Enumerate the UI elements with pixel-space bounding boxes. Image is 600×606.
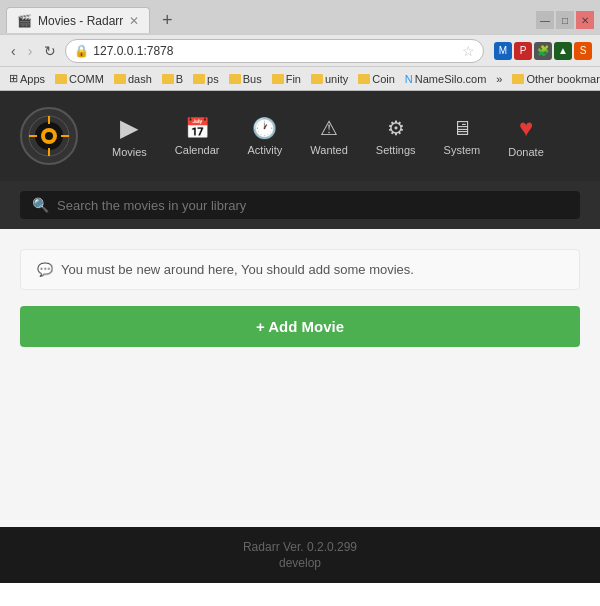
- folder-icon: [311, 74, 323, 84]
- folder-icon: [193, 74, 205, 84]
- bookmark-fin-label: Fin: [286, 73, 301, 85]
- bookmark-b[interactable]: B: [159, 72, 186, 86]
- svg-point-3: [45, 132, 53, 140]
- app-nav: ▶ Movies 📅 Calendar 🕐 Activity ⚠ Wanted …: [0, 91, 600, 181]
- more-bookmarks-icon: »: [496, 73, 502, 85]
- bookmark-bus[interactable]: Bus: [226, 72, 265, 86]
- nav-system-label: System: [444, 144, 481, 156]
- address-bar: ‹ › ↻ 🔒 127.0.0.1:7878 ☆ M P 🧩 ▲ S: [0, 34, 600, 66]
- nav-calendar-label: Calendar: [175, 144, 220, 156]
- app-footer: Radarr Ver. 0.2.0.299 develop: [0, 527, 600, 583]
- bookmark-other[interactable]: Other bookmarks: [509, 72, 600, 86]
- url-box[interactable]: 🔒 127.0.0.1:7878 ☆: [65, 39, 484, 63]
- bookmark-b-label: B: [176, 73, 183, 85]
- notice-text: You must be new around here, You should …: [61, 262, 414, 277]
- nav-wanted-label: Wanted: [310, 144, 348, 156]
- ext-icon-1[interactable]: M: [494, 42, 512, 60]
- bookmark-unity-label: unity: [325, 73, 348, 85]
- nav-item-donate[interactable]: ♥ Donate: [494, 106, 557, 166]
- bookmark-dash-label: dash: [128, 73, 152, 85]
- back-button[interactable]: ‹: [8, 43, 19, 59]
- app-logo: [20, 107, 78, 165]
- bookmarks-bar: ⊞ Apps COMM dash B ps Bus Fin uni: [0, 66, 600, 90]
- bookmark-coin[interactable]: Coin: [355, 72, 398, 86]
- add-movie-button[interactable]: + Add Movie: [20, 306, 580, 347]
- nav-activity-label: Activity: [247, 144, 282, 156]
- donate-heart-icon: ♥: [519, 114, 533, 142]
- folder-icon: [162, 74, 174, 84]
- bookmark-apps-label: Apps: [20, 73, 45, 85]
- nav-settings-label: Settings: [376, 144, 416, 156]
- activity-clock-icon: 🕐: [252, 116, 277, 140]
- folder-icon: [512, 74, 524, 84]
- footer-branch: develop: [279, 556, 321, 570]
- wanted-warning-icon: ⚠: [320, 116, 338, 140]
- movies-play-icon: ▶: [120, 114, 138, 142]
- bookmark-star-icon[interactable]: ☆: [462, 43, 475, 59]
- speech-bubble-icon: 💬: [37, 262, 53, 277]
- window-controls: — □ ✕: [536, 11, 594, 29]
- close-button[interactable]: ✕: [576, 11, 594, 29]
- lock-icon: 🔒: [74, 44, 89, 58]
- bookmark-fin[interactable]: Fin: [269, 72, 304, 86]
- ext-icon-4[interactable]: ▲: [554, 42, 572, 60]
- tab-bar: 🎬 Movies - Radarr ✕ + — □ ✕: [0, 0, 600, 34]
- nav-items: ▶ Movies 📅 Calendar 🕐 Activity ⚠ Wanted …: [98, 106, 558, 166]
- bookmark-namesilo[interactable]: N NameSilo.com: [402, 72, 489, 86]
- nav-item-system[interactable]: 🖥 System: [430, 109, 495, 164]
- search-magnifier-icon: 🔍: [32, 197, 49, 213]
- minimize-button[interactable]: —: [536, 11, 554, 29]
- notice-box: 💬 You must be new around here, You shoul…: [20, 249, 580, 290]
- nav-item-calendar[interactable]: 📅 Calendar: [161, 108, 234, 164]
- nav-donate-label: Donate: [508, 146, 543, 158]
- footer-version: Radarr Ver. 0.2.0.299: [243, 540, 357, 554]
- nav-item-movies[interactable]: ▶ Movies: [98, 106, 161, 166]
- folder-icon: [114, 74, 126, 84]
- url-text: 127.0.0.1:7878: [93, 44, 458, 58]
- bookmark-dash[interactable]: dash: [111, 72, 155, 86]
- new-tab-button[interactable]: +: [154, 7, 180, 33]
- app-content: ▶ Movies 📅 Calendar 🕐 Activity ⚠ Wanted …: [0, 91, 600, 527]
- apps-grid-icon: ⊞: [9, 72, 18, 85]
- system-monitor-icon: 🖥: [452, 117, 472, 140]
- bookmark-namesilo-label: NameSilo.com: [415, 73, 487, 85]
- ext-icon-2[interactable]: P: [514, 42, 532, 60]
- main-content: 💬 You must be new around here, You shoul…: [0, 229, 600, 527]
- calendar-icon: 📅: [185, 116, 210, 140]
- bookmark-comm[interactable]: COMM: [52, 72, 107, 86]
- folder-icon: [272, 74, 284, 84]
- bookmark-unity[interactable]: unity: [308, 72, 351, 86]
- bookmark-other-label: Other bookmarks: [526, 73, 600, 85]
- bookmark-apps[interactable]: ⊞ Apps: [6, 71, 48, 86]
- settings-gear-icon: ⚙: [387, 116, 405, 140]
- folder-icon: [229, 74, 241, 84]
- nav-item-settings[interactable]: ⚙ Settings: [362, 108, 430, 164]
- tab-close-button[interactable]: ✕: [129, 14, 139, 28]
- bookmark-coin-label: Coin: [372, 73, 395, 85]
- nav-movies-label: Movies: [112, 146, 147, 158]
- bookmark-ps[interactable]: ps: [190, 72, 222, 86]
- ext-icon-3[interactable]: 🧩: [534, 42, 552, 60]
- bookmark-bus-label: Bus: [243, 73, 262, 85]
- radarr-logo-svg: [27, 114, 71, 158]
- folder-icon: [55, 74, 67, 84]
- reload-button[interactable]: ↻: [41, 43, 59, 59]
- search-input-wrap: 🔍: [20, 191, 580, 219]
- folder-icon: [358, 74, 370, 84]
- ext-icon-5[interactable]: S: [574, 42, 592, 60]
- tab-title: Movies - Radarr: [38, 14, 123, 28]
- search-bar: 🔍: [0, 181, 600, 229]
- extension-icons: M P 🧩 ▲ S: [494, 42, 592, 60]
- search-input[interactable]: [57, 198, 568, 213]
- bookmark-ps-label: ps: [207, 73, 219, 85]
- browser-chrome: 🎬 Movies - Radarr ✕ + — □ ✕ ‹ › ↻ 🔒 127.…: [0, 0, 600, 91]
- nav-item-activity[interactable]: 🕐 Activity: [233, 108, 296, 164]
- maximize-button[interactable]: □: [556, 11, 574, 29]
- bookmark-comm-label: COMM: [69, 73, 104, 85]
- bookmark-more[interactable]: »: [493, 72, 505, 86]
- namesilo-icon: N: [405, 73, 413, 85]
- nav-item-wanted[interactable]: ⚠ Wanted: [296, 108, 362, 164]
- tab-favicon: 🎬: [17, 14, 32, 28]
- forward-button[interactable]: ›: [25, 43, 36, 59]
- active-tab[interactable]: 🎬 Movies - Radarr ✕: [6, 7, 150, 33]
